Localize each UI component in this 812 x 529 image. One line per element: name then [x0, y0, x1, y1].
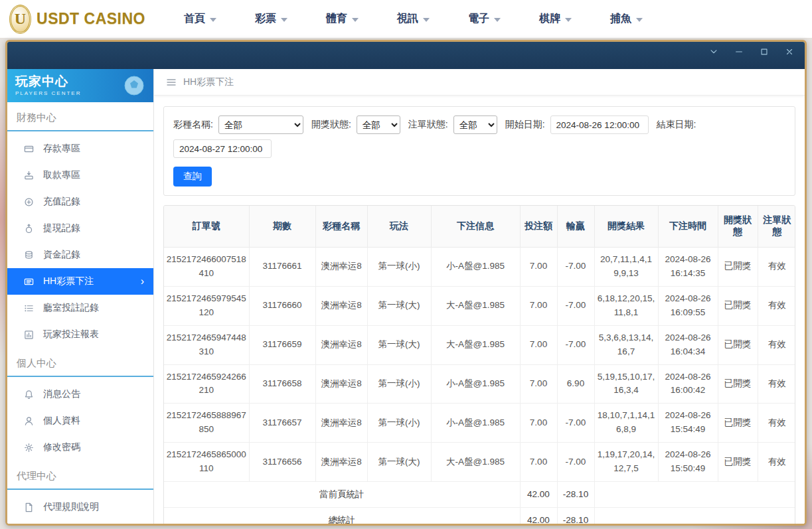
column-header: 下注信息 — [431, 206, 520, 248]
cell: 已開獎 — [718, 404, 758, 443]
sidebar-item[interactable]: 個人資料 — [7, 408, 153, 434]
sidebar-item[interactable]: 代理規則說明 — [7, 494, 153, 520]
chevron-down-icon — [352, 18, 359, 22]
cell: 7.00 — [520, 443, 557, 482]
cell: 2024-08-26 15:54:49 — [658, 404, 718, 443]
report-icon — [23, 330, 34, 340]
order-status-select[interactable]: 全部 — [453, 115, 497, 134]
summary-empty — [594, 508, 795, 524]
cell: 第一球(小) — [367, 364, 431, 404]
cell: -7.00 — [557, 404, 594, 443]
bets-table-panel: 訂單號期數彩種名稱玩法下注信息投注額輸贏開獎結果下注時間開獎狀態注單狀態 215… — [163, 205, 795, 524]
cell: 1,19,17,20,14,12,7,5 — [594, 443, 658, 482]
nav-item-label: 彩票 — [255, 12, 276, 26]
sidebar-item[interactable]: 玩家投注報表 — [7, 321, 153, 348]
summary-empty — [594, 482, 795, 508]
nav-item-1[interactable]: 首頁 — [184, 12, 216, 26]
deposit-icon — [23, 144, 34, 154]
nav-item-label: 首頁 — [184, 12, 205, 26]
lottery-name-select[interactable]: 全部 — [218, 115, 303, 134]
cell: 31176661 — [249, 248, 315, 287]
sidebar-item-label: 玩家投注報表 — [43, 329, 99, 340]
column-header: 輸贏 — [557, 206, 594, 248]
column-header: 注單狀態 — [758, 206, 795, 248]
summary-row: 當前頁統計42.00-28.10 — [164, 482, 795, 508]
cell: 有效 — [758, 325, 795, 364]
sidebar-item-label: 資金記錄 — [43, 249, 80, 261]
sidebar-item[interactable]: 存款專區 — [7, 135, 153, 162]
nav-item-6[interactable]: 棋牌 — [539, 12, 572, 26]
cell: 2152172465924266210 — [164, 364, 249, 404]
draw-status-label: 開獎狀態: — [311, 119, 351, 131]
cell: -7.00 — [557, 286, 594, 325]
sidebar-item[interactable]: 廳室投註記錄 — [7, 295, 153, 321]
cell: 小-A盤@1.985 — [431, 248, 520, 287]
nav-item-label: 視訊 — [397, 12, 418, 26]
cell: 已開獎 — [718, 248, 758, 287]
nav-item-4[interactable]: 視訊 — [397, 12, 430, 26]
column-header: 開獎狀態 — [718, 206, 758, 248]
lottery-icon — [23, 277, 34, 287]
chevron-down-icon — [565, 18, 572, 22]
cell: 小-A盤@1.985 — [431, 364, 520, 404]
nav-item-2[interactable]: 彩票 — [255, 12, 287, 26]
menu-icon[interactable] — [166, 77, 177, 88]
sidebar-item[interactable]: 充值記錄 — [7, 189, 153, 215]
start-date-input[interactable] — [550, 115, 649, 134]
column-header: 下注時間 — [658, 206, 718, 248]
sidebar-item[interactable]: 消息公告 — [7, 381, 153, 408]
cell: 2024-08-26 16:09:55 — [658, 286, 718, 325]
cell: 有效 — [758, 404, 795, 443]
sidebar-item[interactable]: 修改密碼 — [7, 434, 153, 461]
search-button[interactable]: 查詢 — [173, 167, 212, 187]
sidebar-item[interactable]: 提現記錄 — [7, 215, 153, 242]
sidebar-item-label: 消息公告 — [43, 388, 80, 400]
sidebar-menu: 財務中心存款專區取款專區充值記錄提現記錄資金記錄HH彩票下注›廳室投註記錄玩家投… — [7, 102, 153, 520]
cell: 小-A盤@1.985 — [431, 404, 520, 443]
close-icon[interactable] — [785, 47, 794, 56]
sidebar-item-label: 修改密碼 — [43, 441, 80, 453]
cell: 大-A盤@1.985 — [431, 286, 520, 325]
ball-icon — [120, 72, 147, 102]
summary-label: 總統計 — [164, 508, 520, 524]
cell: 第一球(小) — [367, 404, 431, 443]
column-header: 投注額 — [520, 206, 557, 248]
main-content: HH彩票下注 彩種名稱: 全部 開獎狀態: 全部 注單狀態: — [154, 69, 805, 524]
sidebar-item[interactable]: HH彩票下注› — [7, 268, 153, 295]
sidebar-item[interactable]: 資金記錄 — [7, 242, 153, 268]
summary-winloss-total: -28.10 — [557, 482, 594, 508]
cell: 2152172465947448310 — [164, 325, 249, 364]
nav-item-3[interactable]: 體育 — [326, 12, 359, 26]
gear-icon — [23, 443, 34, 453]
logo-icon: U — [9, 5, 31, 34]
cell: 20,7,11,1,4,19,9,13 — [594, 248, 658, 287]
order-status-label: 注單狀態: — [408, 119, 448, 131]
start-date-label: 開始日期: — [505, 119, 545, 131]
nav-item-label: 捕魚 — [610, 12, 631, 26]
nav-item-5[interactable]: 電子 — [468, 12, 501, 26]
sidebar-section-title: 財務中心 — [7, 102, 153, 131]
summary-bet-total: 42.00 — [520, 508, 557, 524]
cell: 大-A盤@1.985 — [431, 443, 520, 482]
cell: 7.00 — [520, 248, 557, 287]
logo[interactable]: U USDT CASINO — [9, 5, 145, 34]
draw-status-select[interactable]: 全部 — [357, 115, 400, 134]
cell: 澳洲幸运8 — [315, 443, 367, 482]
cell: 7.00 — [520, 404, 557, 443]
table-header-row: 訂單號期數彩種名稱玩法下注信息投注額輸贏開獎結果下注時間開獎狀態注單狀態 — [164, 206, 795, 248]
sidebar-item-label: 代理規則說明 — [43, 501, 99, 513]
maximize-icon[interactable] — [760, 47, 769, 56]
sidebar-item[interactable]: 取款專區 — [7, 162, 153, 189]
nav-item-7[interactable]: 捕魚 — [610, 12, 643, 26]
cell: 已開獎 — [718, 286, 758, 325]
cell: 已開獎 — [718, 325, 758, 364]
cell: 6,18,12,20,15,11,8,1 — [594, 286, 658, 325]
minimize-icon[interactable] — [734, 47, 744, 56]
app-window: 玩家中心 PLAYERS CENTER 財務中心存款專區取款專區充值記錄提現記錄… — [5, 40, 807, 526]
chevron-down-icon — [423, 18, 430, 22]
chevron-down-icon[interactable] — [709, 47, 718, 56]
chevron-down-icon — [210, 18, 216, 22]
end-date-input[interactable] — [173, 139, 272, 158]
sidebar-header: 玩家中心 PLAYERS CENTER — [7, 69, 153, 102]
hall-list-icon — [23, 303, 34, 313]
